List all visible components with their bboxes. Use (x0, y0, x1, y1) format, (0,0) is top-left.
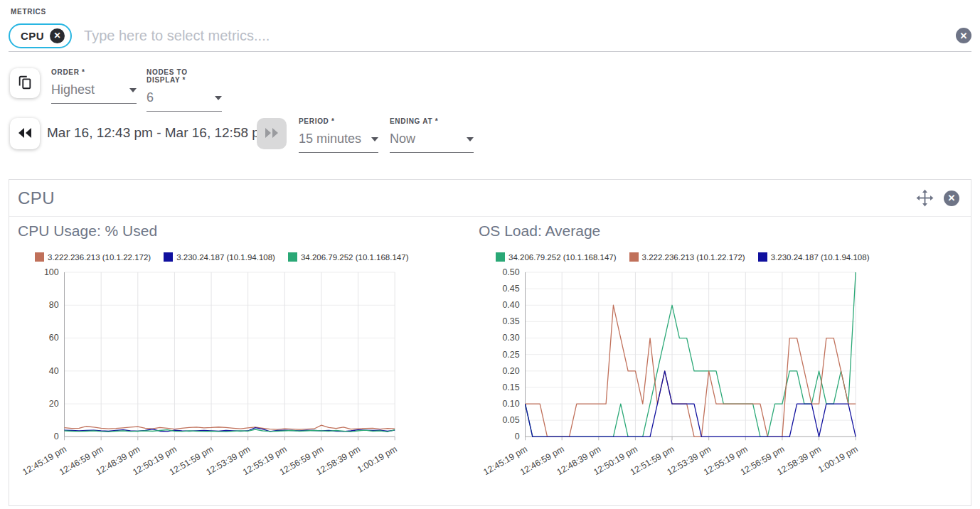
svg-text:0.45: 0.45 (502, 284, 519, 294)
legend-swatch (35, 252, 44, 262)
order-label: ORDER * (51, 68, 137, 76)
svg-text:0.40: 0.40 (502, 300, 519, 310)
svg-text:60: 60 (49, 333, 59, 343)
chart-legend: 3.222.236.213 (10.1.22.172)3.230.24.187 … (35, 252, 416, 262)
svg-text:0.15: 0.15 (502, 382, 519, 392)
legend-swatch (629, 252, 639, 262)
chip-remove-icon[interactable]: ✕ (50, 28, 65, 43)
legend-swatch (496, 252, 505, 262)
chevron-down-icon (215, 96, 222, 100)
svg-text:0.10: 0.10 (502, 399, 519, 409)
svg-text:1:00:19 pm: 1:00:19 pm (816, 444, 860, 475)
period-label: PERIOD * (299, 117, 378, 125)
legend-item: 3.230.24.187 (10.1.94.108) (758, 252, 870, 262)
svg-text:80: 80 (49, 300, 59, 310)
legend-label: 3.230.24.187 (10.1.94.108) (176, 253, 275, 262)
nodes-to-display-value: 6 (147, 90, 154, 105)
legend-label: 3.230.24.187 (10.1.94.108) (771, 253, 870, 262)
legend-label: 3.222.236.213 (10.1.22.172) (48, 253, 151, 262)
svg-text:20: 20 (49, 399, 59, 409)
metrics-dashboard: { "metrics_bar": { "label": "METRICS", "… (0, 0, 980, 509)
metrics-search-input[interactable] (84, 28, 956, 44)
clear-metrics-icon[interactable]: ✕ (956, 28, 971, 43)
chevron-down-icon (371, 137, 378, 141)
ending-at-dropdown[interactable]: ENDING AT * Now (390, 117, 474, 153)
ending-at-value: Now (390, 132, 415, 146)
legend-item: 34.206.79.252 (10.1.168.147) (496, 252, 617, 262)
fast-forward-icon (263, 127, 280, 141)
move-panel-icon[interactable] (916, 189, 934, 207)
svg-text:0.50: 0.50 (502, 267, 519, 277)
legend-item: 3.230.24.187 (10.1.94.108) (164, 252, 275, 262)
cpu-metric-panel: CPU ✕ CPU Usage: % Used 3.222.236.213 (9, 179, 971, 506)
svg-text:0.25: 0.25 (502, 350, 519, 360)
legend-label: 34.206.79.252 (10.1.168.147) (508, 253, 617, 262)
panel-title: CPU (18, 188, 55, 208)
metrics-label: METRICS (11, 8, 46, 16)
period-dropdown[interactable]: PERIOD * 15 minutes (299, 117, 378, 153)
legend-label: 34.206.79.252 (10.1.168.147) (301, 253, 409, 262)
nodes-to-display-label: NODES TO DISPLAY * (147, 68, 222, 84)
chevron-down-icon (129, 88, 137, 92)
chart-title: OS Load: Average (479, 223, 877, 240)
chart-cpu-usage: CPU Usage: % Used 3.222.236.213 (10.1.22… (18, 223, 416, 478)
svg-text:0.05: 0.05 (502, 415, 519, 425)
close-panel-icon[interactable]: ✕ (944, 191, 959, 206)
ending-at-label: ENDING AT * (390, 117, 474, 125)
chart-os-load: OS Load: Average 34.206.79.252 (10.1.168… (479, 223, 877, 478)
svg-text:1:00:19 pm: 1:00:19 pm (356, 444, 399, 475)
svg-text:0.35: 0.35 (502, 316, 519, 326)
period-value: 15 minutes (299, 132, 361, 146)
metric-chip-label: CPU (21, 30, 44, 42)
order-value: Highest (51, 82, 95, 97)
chart-title: CPU Usage: % Used (18, 223, 416, 240)
panel-header: CPU ✕ (9, 180, 971, 217)
legend-item: 3.222.236.213 (10.1.22.172) (629, 252, 745, 262)
legend-item: 3.222.236.213 (10.1.22.172) (35, 252, 151, 262)
nodes-to-display-dropdown[interactable]: NODES TO DISPLAY * 6 (147, 68, 222, 112)
time-range-text: Mar 16, 12:43 pm - Mar 16, 12:58 pm (47, 125, 271, 141)
metrics-select-row: CPU ✕ ✕ (9, 20, 971, 52)
chart-legend: 34.206.79.252 (10.1.168.147)3.222.236.21… (496, 252, 877, 262)
svg-text:0: 0 (515, 432, 520, 441)
os-load-line-chart: 00.050.100.150.200.250.300.350.400.450.5… (479, 264, 874, 478)
cpu-usage-line-chart: 02040608010012:45:19 pm12:46:59 pm12:48:… (18, 264, 413, 478)
svg-text:40: 40 (49, 366, 59, 376)
rewind-icon (16, 127, 33, 141)
legend-label: 3.222.236.213 (10.1.22.172) (642, 253, 745, 262)
svg-text:0.30: 0.30 (502, 333, 519, 343)
svg-text:100: 100 (44, 267, 59, 277)
order-dropdown[interactable]: ORDER * Highest (51, 68, 137, 104)
chevron-down-icon (467, 137, 474, 141)
next-time-window-button[interactable] (257, 118, 287, 149)
metric-chip-cpu[interactable]: CPU ✕ (9, 23, 72, 48)
duplicate-button[interactable] (10, 68, 40, 98)
legend-swatch (288, 252, 297, 262)
legend-swatch (164, 252, 173, 262)
svg-text:0.20: 0.20 (502, 366, 519, 376)
previous-time-window-button[interactable] (10, 118, 40, 149)
legend-swatch (758, 252, 767, 262)
copy-icon (17, 75, 33, 92)
svg-text:0: 0 (54, 432, 59, 441)
legend-item: 34.206.79.252 (10.1.168.147) (288, 252, 409, 262)
